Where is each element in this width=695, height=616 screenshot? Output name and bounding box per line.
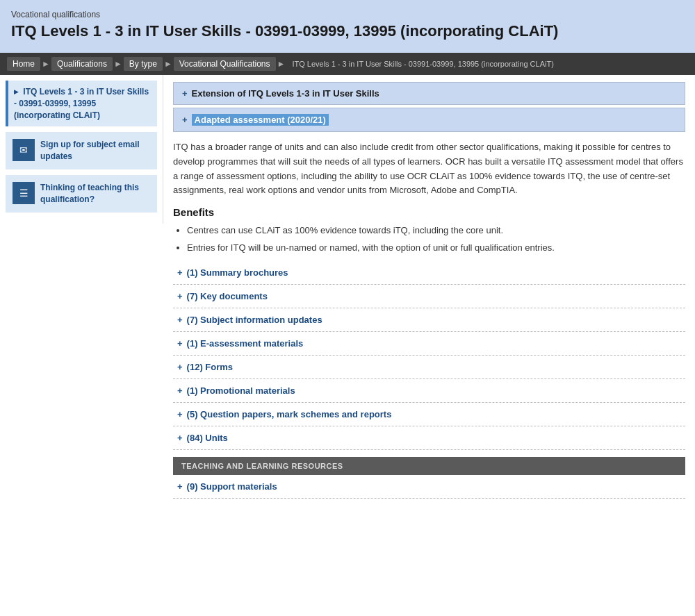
row-subject-updates[interactable]: + (7) Subject information updates (173, 308, 685, 332)
teaching-icon: ☰ (13, 182, 35, 204)
teaching-card[interactable]: ☰ Thinking of teaching this qualificatio… (6, 175, 157, 213)
breadcrumb-qualifications[interactable]: Qualifications (51, 57, 113, 71)
signup-card[interactable]: ✉ Sign up for subject email updates (6, 132, 157, 169)
section-title-extension: Extension of ITQ Levels 1-3 in IT User S… (192, 88, 379, 99)
sidebar-nav-label: ITQ Levels 1 - 3 in IT User Skills - 039… (14, 87, 149, 120)
sidebar-nav-item[interactable]: ▸ ITQ Levels 1 - 3 in IT User Skills - 0… (6, 81, 157, 126)
page-subtitle: Vocational qualifications (11, 10, 684, 19)
plus-icon-subject: + (177, 315, 183, 325)
breadcrumb: Home ► Qualifications ► By type ► Vocati… (0, 53, 695, 75)
signup-card-label: Sign up for subject email updates (40, 139, 150, 163)
plus-icon-support: + (177, 481, 183, 492)
row-question-papers[interactable]: + (5) Question papers, mark schemes and … (173, 403, 685, 426)
page-header: Vocational qualifications ITQ Levels 1 -… (0, 0, 695, 53)
section-header-extension[interactable]: + Extension of ITQ Levels 1-3 in IT User… (173, 82, 685, 105)
plus-icon-summary: + (177, 267, 183, 278)
row-support-materials[interactable]: + (9) Support materials (173, 475, 685, 499)
benefits-title: Benefits (173, 206, 685, 218)
plus-icon-eassess: + (177, 338, 183, 349)
plus-icon-forms: + (177, 362, 183, 372)
main-content: + Extension of ITQ Levels 1-3 in IT User… (163, 75, 695, 506)
plus-icon-qpapers: + (177, 409, 183, 419)
row-promotional[interactable]: + (1) Promotional materials (173, 379, 685, 403)
plus-icon-promo: + (177, 385, 183, 396)
page-title: ITQ Levels 1 - 3 in IT User Skills - 039… (11, 22, 684, 40)
plus-icon-2: + (182, 115, 188, 125)
breadcrumb-arrow-1: ► (42, 59, 50, 69)
layout: ▸ ITQ Levels 1 - 3 in IT User Skills - 0… (0, 75, 695, 506)
breadcrumb-vocational[interactable]: Vocational Qualifications (174, 57, 276, 71)
benefit-item-2: Entries for ITQ will be un-named or name… (187, 241, 685, 255)
breadcrumb-bytype[interactable]: By type (124, 57, 163, 71)
plus-icon-key: + (177, 291, 183, 301)
breadcrumb-current: ITQ Levels 1 - 3 in IT User Skills - 039… (286, 58, 559, 70)
description-text: ITQ has a broader range of units and can… (173, 140, 685, 198)
row-eassessment[interactable]: + (1) E-assessment materials (173, 332, 685, 356)
breadcrumb-arrow-3: ► (164, 59, 172, 69)
row-units[interactable]: + (84) Units (173, 426, 685, 450)
breadcrumb-home[interactable]: Home (7, 57, 40, 71)
sidebar-arrow-icon: ▸ (14, 86, 18, 98)
benefit-item-1: Centres can use CLAiT as 100% evidence t… (187, 224, 685, 238)
breadcrumb-arrow-4: ► (277, 59, 286, 69)
breadcrumb-arrow-2: ► (114, 59, 122, 69)
teaching-card-label: Thinking of teaching this qualification? (40, 182, 150, 206)
row-forms[interactable]: + (12) Forms (173, 356, 685, 379)
row-summary-brochures[interactable]: + (1) Summary brochures (173, 261, 685, 285)
section-title-adapted: Adapted assessment (2020/21) (192, 114, 329, 126)
email-icon: ✉ (13, 139, 35, 161)
plus-icon-1: + (182, 88, 188, 99)
sidebar: ▸ ITQ Levels 1 - 3 in IT User Skills - 0… (0, 75, 163, 224)
section-header-adapted[interactable]: + Adapted assessment (2020/21) (173, 108, 685, 132)
row-key-documents[interactable]: + (7) Key documents (173, 285, 685, 308)
resources-bar: TEACHING AND LEARNING RESOURCES (173, 457, 685, 475)
plus-icon-units: + (177, 433, 183, 443)
benefits-list: Centres can use CLAiT as 100% evidence t… (187, 224, 685, 254)
